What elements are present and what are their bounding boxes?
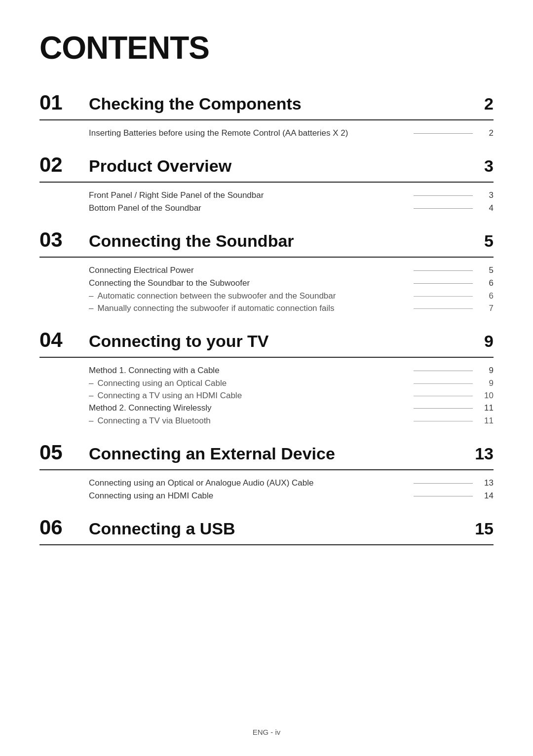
entry-line	[414, 496, 473, 496]
sub-text: Automatic connection between the subwoof…	[97, 291, 408, 301]
sub-line	[414, 396, 473, 396]
toc-section: 03Connecting the Soundbar5Connecting Ele…	[39, 228, 494, 313]
section-number: 02	[39, 153, 89, 177]
toc-entries: Method 1. Connecting with a Cable9–Conne…	[39, 366, 494, 426]
toc-sub-entry: –Connecting a TV via Bluetooth11	[89, 416, 494, 426]
sub-page: 7	[479, 303, 494, 313]
toc-entry: Method 1. Connecting with a Cable9	[89, 366, 494, 376]
sub-dash: –	[89, 291, 93, 301]
toc-entry: Inserting Batteries before using the Rem…	[89, 128, 494, 138]
entry-text: Connecting Electrical Power	[89, 265, 408, 275]
entry-page: 4	[479, 203, 494, 213]
section-header: 06Connecting a USB15	[39, 516, 494, 545]
footer: ENG - iv	[0, 728, 533, 736]
toc-entry: Connecting using an Optical or Analogue …	[89, 478, 494, 488]
sub-dash: –	[89, 303, 93, 313]
section-header: 03Connecting the Soundbar5	[39, 228, 494, 258]
entry-text: Method 1. Connecting with a Cable	[89, 366, 408, 376]
entry-text: Inserting Batteries before using the Rem…	[89, 128, 408, 138]
toc-container: 01Checking the Components2Inserting Batt…	[39, 91, 494, 545]
entry-text: Method 2. Connecting Wirelessly	[89, 403, 408, 413]
toc-sub-entry: –Connecting a TV using an HDMI Cable10	[89, 391, 494, 401]
toc-section: 02Product Overview3Front Panel / Right S…	[39, 153, 494, 213]
toc-entry: Connecting Electrical Power5	[89, 265, 494, 275]
section-title: Product Overview	[89, 156, 469, 176]
section-number: 03	[39, 228, 89, 252]
sub-dash: –	[89, 378, 93, 388]
toc-entries: Front Panel / Right Side Panel of the So…	[39, 190, 494, 213]
toc-section: 01Checking the Components2Inserting Batt…	[39, 91, 494, 138]
toc-section: 04Connecting to your TV9Method 1. Connec…	[39, 328, 494, 426]
sub-text: Connecting a TV using an HDMI Cable	[97, 391, 408, 401]
entry-line	[414, 283, 473, 284]
sub-line	[414, 308, 473, 309]
section-title: Connecting an External Device	[89, 444, 469, 463]
sub-page: 10	[479, 391, 494, 401]
entry-line	[414, 483, 473, 484]
section-page: 2	[469, 94, 494, 113]
section-number: 05	[39, 441, 89, 464]
entry-page: 11	[479, 403, 494, 413]
section-page: 13	[469, 444, 494, 463]
section-header: 02Product Overview3	[39, 153, 494, 183]
entry-text: Front Panel / Right Side Panel of the So…	[89, 190, 408, 200]
section-header: 01Checking the Components2	[39, 91, 494, 120]
page-title: CONTENTS	[39, 30, 494, 66]
toc-entry: Method 2. Connecting Wirelessly11	[89, 403, 494, 413]
section-page: 5	[469, 231, 494, 251]
section-title: Connecting a USB	[89, 519, 469, 538]
sub-line	[414, 296, 473, 297]
toc-entry: Front Panel / Right Side Panel of the So…	[89, 190, 494, 200]
entry-line	[414, 133, 473, 134]
section-number: 06	[39, 516, 89, 539]
section-header: 04Connecting to your TV9	[39, 328, 494, 358]
section-number: 04	[39, 328, 89, 352]
section-header: 05Connecting an External Device13	[39, 441, 494, 470]
entry-text: Connecting the Soundbar to the Subwoofer	[89, 278, 408, 288]
entry-text: Connecting using an HDMI Cable	[89, 491, 408, 501]
entry-line	[414, 208, 473, 209]
sub-text: Manually connecting the subwoofer if aut…	[97, 303, 408, 313]
sub-page: 9	[479, 378, 494, 388]
entry-page: 5	[479, 265, 494, 275]
sub-dash: –	[89, 416, 93, 426]
toc-entry: Connecting the Soundbar to the Subwoofer…	[89, 278, 494, 288]
toc-entry: Bottom Panel of the Soundbar4	[89, 203, 494, 213]
toc-section: 06Connecting a USB15	[39, 516, 494, 545]
toc-sub-entry: –Connecting using an Optical Cable9	[89, 378, 494, 388]
sub-dash: –	[89, 391, 93, 401]
entry-page: 13	[479, 478, 494, 488]
toc-entries: Inserting Batteries before using the Rem…	[39, 128, 494, 138]
entry-line	[414, 195, 473, 196]
entry-text: Connecting using an Optical or Analogue …	[89, 478, 408, 488]
section-page: 3	[469, 156, 494, 176]
section-number: 01	[39, 91, 89, 114]
section-page: 15	[469, 519, 494, 538]
toc-section: 05Connecting an External Device13Connect…	[39, 441, 494, 501]
toc-sub-entry: –Automatic connection between the subwoo…	[89, 291, 494, 301]
entry-page: 9	[479, 366, 494, 376]
section-page: 9	[469, 332, 494, 351]
section-title: Checking the Components	[89, 94, 469, 113]
entry-page: 6	[479, 278, 494, 288]
entry-line	[414, 371, 473, 371]
section-title: Connecting the Soundbar	[89, 231, 469, 251]
sub-text: Connecting a TV via Bluetooth	[97, 416, 408, 426]
entry-page: 14	[479, 491, 494, 501]
entry-text: Bottom Panel of the Soundbar	[89, 203, 408, 213]
toc-entries: Connecting using an Optical or Analogue …	[39, 478, 494, 501]
toc-entry: Connecting using an HDMI Cable14	[89, 491, 494, 501]
section-title: Connecting to your TV	[89, 332, 469, 351]
toc-sub-entry: –Manually connecting the subwoofer if au…	[89, 303, 494, 313]
sub-page: 11	[479, 416, 494, 426]
entry-line	[414, 270, 473, 271]
entry-page: 2	[479, 128, 494, 138]
sub-line	[414, 421, 473, 421]
entry-page: 3	[479, 190, 494, 200]
sub-text: Connecting using an Optical Cable	[97, 378, 408, 388]
sub-page: 6	[479, 291, 494, 301]
sub-line	[414, 383, 473, 384]
toc-entries: Connecting Electrical Power5Connecting t…	[39, 265, 494, 313]
entry-line	[414, 408, 473, 409]
